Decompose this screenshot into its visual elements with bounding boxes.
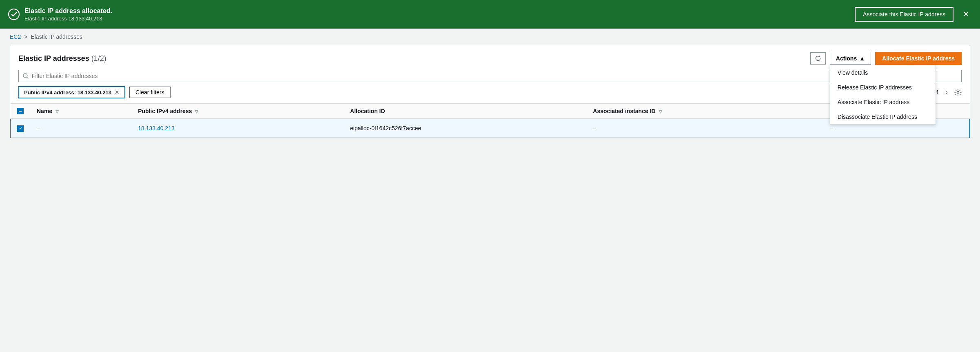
associate-banner-button[interactable]: Associate this Elastic IP address: [855, 7, 953, 22]
pagination-area: 1 ›: [936, 87, 962, 98]
row-associated-instance-cell: –: [586, 119, 823, 138]
success-subtitle: Elastic IP address 18.133.40.213: [24, 16, 112, 22]
settings-icon[interactable]: [954, 89, 962, 96]
actions-label: Actions: [836, 55, 857, 62]
dropdown-item-disassociate[interactable]: Disassociate Elastic IP address: [830, 109, 936, 124]
actions-button[interactable]: Actions ▲: [830, 52, 871, 65]
success-icon: [8, 9, 20, 20]
breadcrumb-separator: >: [24, 33, 27, 40]
svg-line-3: [27, 77, 28, 78]
main-content: Elastic IP addresses (1/2) Actions ▲: [0, 45, 980, 148]
name-sort-icon: ▽: [55, 109, 59, 114]
refresh-icon: [815, 55, 821, 62]
col-allocation-id[interactable]: Allocation ID: [344, 104, 586, 119]
clear-filters-button[interactable]: Clear filters: [129, 87, 171, 98]
actions-dropdown-menu: View details Release Elastic IP addresse…: [830, 65, 936, 125]
table-row: ✓ – 18.133.40.213 eipalloc-0f1642c526f7a…: [11, 119, 970, 138]
refresh-button[interactable]: [810, 52, 826, 65]
col-checkbox[interactable]: –: [11, 104, 31, 119]
row-allocation-id-cell: eipalloc-0f1642c526f7accee: [344, 119, 586, 138]
filter-row: Public IPv4 address: 18.133.40.213 ✕ Cle…: [10, 70, 970, 103]
panel-title-text: Elastic IP addresses: [18, 54, 89, 62]
col-associated-instance[interactable]: Associated instance ID ▽: [586, 104, 823, 119]
panel-header: Elastic IP addresses (1/2) Actions ▲: [10, 45, 970, 70]
row-ipv4-link[interactable]: 18.133.40.213: [138, 125, 175, 131]
row-checkbox-cell[interactable]: ✓: [11, 119, 31, 138]
select-all-checkbox[interactable]: –: [17, 108, 24, 114]
actions-dropdown-wrapper: Actions ▲ View details Release Elastic I…: [830, 52, 871, 65]
breadcrumb-ec2-link[interactable]: EC2: [10, 33, 21, 40]
filter-tag-ipv4: Public IPv4 address: 18.133.40.213 ✕: [18, 86, 125, 98]
table-header-row: – Name ▽ Public IPv4 address ▽ Allocatio…: [11, 104, 970, 119]
success-text: Elastic IP address allocated. Elastic IP…: [24, 7, 112, 22]
pagination-next-arrow[interactable]: ›: [942, 87, 951, 98]
dropdown-item-view-details[interactable]: View details: [830, 65, 936, 80]
panel-actions-area: Actions ▲ View details Release Elastic I…: [810, 52, 962, 65]
filter-tag-label: Public IPv4 address: 18.133.40.213: [24, 89, 111, 96]
success-banner: Elastic IP address allocated. Elastic IP…: [0, 0, 980, 29]
breadcrumb: EC2 > Elastic IP addresses: [0, 29, 980, 45]
allocate-button[interactable]: Allocate Elastic IP address: [875, 52, 962, 65]
panel: Elastic IP addresses (1/2) Actions ▲: [10, 45, 970, 138]
pagination-page: 1: [936, 89, 939, 96]
ipv4-sort-icon: ▽: [195, 109, 198, 114]
panel-title: Elastic IP addresses (1/2): [18, 54, 106, 62]
success-banner-left: Elastic IP address allocated. Elastic IP…: [8, 7, 112, 22]
success-title: Elastic IP address allocated.: [24, 7, 112, 15]
close-banner-button[interactable]: ×: [960, 8, 972, 20]
table-wrapper: – Name ▽ Public IPv4 address ▽ Allocatio…: [10, 103, 970, 138]
row-name-cell: –: [30, 119, 131, 138]
filter-tag-remove[interactable]: ✕: [115, 89, 120, 96]
row-ipv4-cell[interactable]: 18.133.40.213: [131, 119, 344, 138]
associated-sort-icon: ▽: [659, 109, 662, 114]
svg-point-0: [9, 9, 19, 20]
panel-title-area: Elastic IP addresses (1/2): [18, 54, 106, 63]
row-checkbox[interactable]: ✓: [17, 125, 24, 132]
search-icon: [23, 73, 29, 79]
filter-tags: Public IPv4 address: 18.133.40.213 ✕ Cle…: [18, 86, 962, 98]
dropdown-item-release[interactable]: Release Elastic IP addresses: [830, 80, 936, 95]
elastic-ip-table: – Name ▽ Public IPv4 address ▽ Allocatio…: [10, 103, 970, 138]
actions-arrow-icon: ▲: [859, 55, 865, 62]
search-input[interactable]: [32, 73, 957, 79]
search-box: [18, 70, 962, 82]
svg-point-4: [957, 91, 959, 94]
breadcrumb-current: Elastic IP addresses: [31, 33, 82, 40]
col-ipv4[interactable]: Public IPv4 address ▽: [131, 104, 344, 119]
panel-count: (1/2): [91, 54, 106, 62]
col-name[interactable]: Name ▽: [30, 104, 131, 119]
success-banner-right: Associate this Elastic IP address ×: [855, 7, 972, 22]
dropdown-item-associate[interactable]: Associate Elastic IP address: [830, 95, 936, 109]
